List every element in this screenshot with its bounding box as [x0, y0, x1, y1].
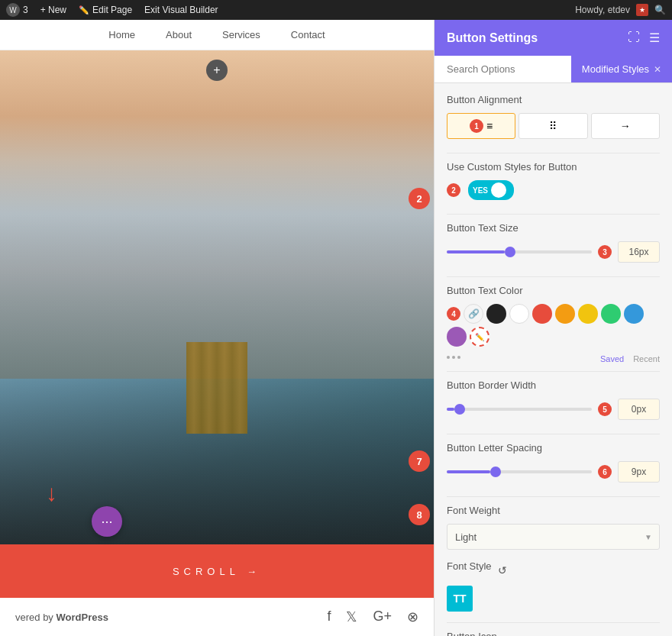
scroll-label: SCROLL → [173, 566, 261, 577]
badge-3: 3 [598, 245, 612, 259]
align-left-button[interactable]: 1 ≡ [447, 113, 515, 139]
main-layout: Home About Services Contact + 2 7 8 ↓ SC… [0, 20, 672, 636]
text-size-slider-row: 3 [447, 241, 660, 263]
text-size-label: Button Text Size [447, 222, 660, 234]
divider-1 [447, 153, 660, 153]
exit-visual-builder[interactable]: Exit Visual Builder [144, 5, 218, 15]
close-modified-icon[interactable]: ✕ [654, 64, 661, 75]
badge-6: 6 [598, 465, 612, 479]
custom-styles-toggle[interactable]: YES [468, 180, 514, 200]
google-plus-icon[interactable]: G+ [373, 609, 392, 625]
purple-fab[interactable]: ··· [92, 506, 122, 537]
search-modified-bar: Search Options Modified Styles ✕ [435, 56, 672, 83]
dot-3 [457, 356, 460, 359]
rss-icon[interactable]: ⊗ [407, 609, 418, 625]
twitter-icon[interactable]: 𝕏 [346, 609, 357, 625]
text-color-row: 4 🔗 ✏️ [447, 304, 660, 363]
new-label: + New [40, 5, 66, 15]
scroll-section: SCROLL → [0, 544, 434, 598]
edit-color-swatch[interactable]: ✏️ [470, 327, 489, 347]
recent-button[interactable]: Recent [633, 354, 660, 363]
purple-swatch[interactable] [447, 327, 467, 347]
badge-7: 7 [409, 450, 430, 472]
hero-image [0, 50, 434, 598]
text-size-input[interactable] [618, 241, 660, 263]
red-swatch[interactable] [532, 304, 552, 324]
howdy-text: Howdy, etdev [575, 5, 630, 15]
font-weight-select[interactable]: Thin Extra Light Light Normal Medium Sem… [447, 524, 660, 550]
divider-4 [447, 371, 660, 372]
panel-header: Button Settings ⛶ ☰ [435, 20, 672, 56]
divider-6 [447, 496, 660, 497]
modified-styles-button[interactable]: Modified Styles ✕ [571, 56, 672, 82]
dock [186, 342, 247, 434]
border-width-slider-row: 5 [447, 399, 660, 420]
fullscreen-icon[interactable]: ⛶ [628, 31, 640, 45]
nav-bar: Home About Services Contact [0, 20, 434, 50]
button-alignment-label: Button Alignment [447, 94, 660, 105]
toggle-yes-label: YES [473, 186, 488, 195]
letter-spacing-input[interactable] [618, 461, 660, 483]
letter-spacing-thumb[interactable] [490, 467, 501, 477]
align-center-button[interactable]: ⠿ [519, 113, 587, 139]
badge-8: 8 [409, 504, 430, 525]
letter-spacing-track [447, 470, 592, 473]
social-icons: f 𝕏 G+ ⊗ [327, 609, 418, 625]
divider-5 [447, 434, 660, 434]
nav-services[interactable]: Services [222, 29, 260, 40]
wp-logo[interactable]: W 3 [6, 3, 28, 17]
columns-icon[interactable]: ☰ [649, 31, 660, 45]
modified-styles-label: Modified Styles [582, 63, 649, 75]
panel-header-icons: ⛶ ☰ [628, 31, 660, 45]
border-width-input[interactable] [618, 399, 660, 420]
facebook-icon[interactable]: f [327, 609, 331, 625]
edit-page-button[interactable]: ✏️ Edit Page [79, 5, 132, 15]
footer-text: vered by WordPress [15, 612, 108, 623]
font-style-label: Font Style [447, 560, 492, 572]
letter-spacing-slider[interactable] [447, 464, 592, 479]
orange-swatch[interactable] [555, 304, 575, 324]
dot-2 [452, 356, 455, 359]
toggle-row: 2 YES [447, 180, 660, 200]
page-content: + 2 7 8 ↓ SCROLL → ··· [0, 50, 434, 598]
border-width-thumb[interactable] [454, 404, 465, 415]
border-width-label: Button Border Width [447, 379, 660, 391]
font-style-reset-icon[interactable]: ↺ [498, 564, 507, 576]
letter-spacing-fill [447, 470, 490, 473]
nav-contact[interactable]: Contact [291, 29, 325, 40]
add-section-button[interactable]: + [206, 60, 228, 81]
panel-body: Button Alignment 1 ≡ ⠿ → Use Custom Styl… [435, 83, 672, 636]
white-swatch[interactable] [509, 304, 529, 324]
panel-title: Button Settings [447, 31, 538, 45]
badge-1: 1 [470, 119, 483, 133]
yellow-swatch[interactable] [578, 304, 598, 324]
search-icon[interactable]: 🔍 [654, 5, 666, 15]
exit-label: Exit Visual Builder [144, 5, 218, 15]
footer-bar: vered by WordPress f 𝕏 G+ ⊗ [0, 598, 434, 636]
align-right-button[interactable]: → [591, 113, 660, 139]
black-swatch[interactable] [486, 304, 506, 324]
custom-color-swatch[interactable]: 🔗 [464, 304, 483, 324]
letter-spacing-slider-with-input: 6 [447, 461, 660, 483]
text-color-label: Button Text Color [447, 285, 660, 296]
new-button[interactable]: + New [40, 5, 66, 15]
text-size-track [447, 250, 592, 253]
border-width-slider[interactable] [447, 402, 592, 417]
font-style-label-row: Font Style ↺ [447, 560, 660, 580]
green-swatch[interactable] [601, 304, 621, 324]
nav-about[interactable]: About [166, 29, 192, 40]
text-size-slider[interactable] [447, 244, 592, 260]
edit-page-label: Edit Page [92, 5, 132, 15]
search-options-button[interactable]: Search Options [435, 56, 571, 82]
blue-swatch[interactable] [624, 304, 644, 324]
wp-number: 3 [23, 5, 28, 15]
settings-panel: Button Settings ⛶ ☰ Search Options Modif… [434, 20, 672, 636]
button-icon-label: Button Icon [447, 631, 660, 636]
badge-2-panel: 2 [447, 183, 460, 197]
text-size-thumb[interactable] [505, 247, 515, 257]
saved-button[interactable]: Saved [600, 354, 624, 363]
font-style-tt-button[interactable]: TT [447, 586, 473, 612]
letter-spacing-slider-row: 6 [447, 461, 660, 483]
nav-home[interactable]: Home [108, 29, 135, 40]
search-options-label: Search Options [447, 63, 515, 75]
